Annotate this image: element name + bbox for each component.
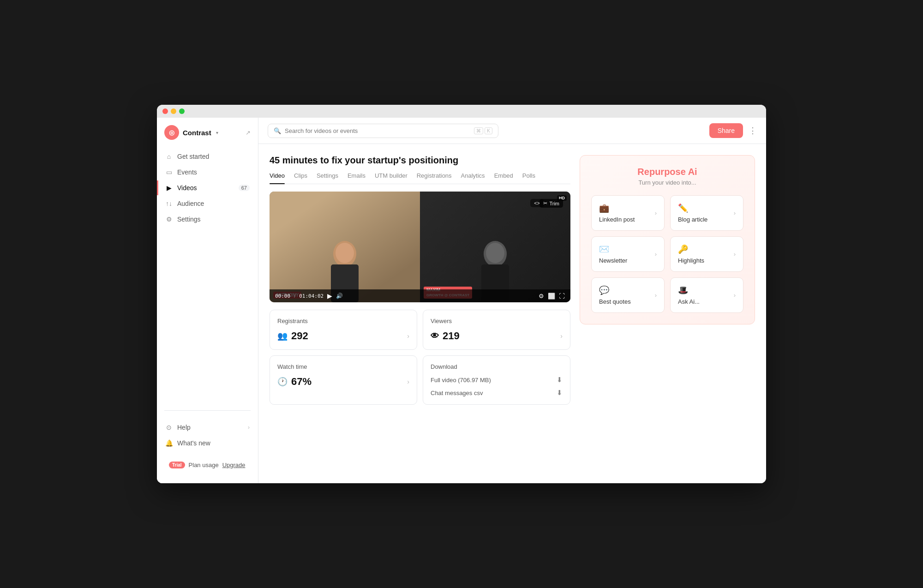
- help-icon: ⊙: [165, 424, 173, 431]
- tab-settings[interactable]: Settings: [317, 172, 338, 184]
- tab-embed[interactable]: Embed: [494, 172, 513, 184]
- content-area: 45 minutes to fix your startup's positio…: [258, 144, 766, 483]
- more-options-button[interactable]: ⋮: [749, 126, 757, 136]
- download-items: Full video (706.97 MB) ⬇ Chat messages c…: [431, 376, 563, 397]
- watch-time-icon: 🕐: [277, 377, 288, 387]
- tab-utm[interactable]: UTM builder: [375, 172, 408, 184]
- download-card: Download Full video (706.97 MB) ⬇ Chat m…: [423, 355, 570, 405]
- repurpose-ask-ai-left: 🎩 Ask Ai...: [678, 285, 700, 305]
- volume-button[interactable]: 🔊: [336, 293, 343, 299]
- registrants-value: 👥 292: [277, 330, 308, 342]
- maximize-dot[interactable]: [179, 108, 185, 114]
- repurpose-newsletter-left: ✉️ Newsletter: [599, 244, 627, 264]
- repurpose-item-blog[interactable]: ✏️ Blog article ›: [670, 195, 743, 231]
- sidebar-divider: [164, 410, 251, 411]
- viewers-card: Viewers 👁 219 ›: [423, 310, 570, 350]
- minimize-dot[interactable]: [171, 108, 176, 114]
- pip-button[interactable]: ⬜: [548, 293, 555, 300]
- sidebar-item-get-started[interactable]: ⌂ Get started: [161, 149, 254, 164]
- tab-analytics[interactable]: Analytics: [461, 172, 485, 184]
- quotes-label: Best quotes: [599, 298, 631, 305]
- chat-csv-label: Chat messages csv: [431, 390, 483, 396]
- watch-time-arrow-icon[interactable]: ›: [407, 378, 409, 385]
- registrants-card: Registrants 👥 292 ›: [270, 310, 417, 350]
- linkedin-chevron-icon: ›: [655, 210, 657, 216]
- bell-icon: 🔔: [165, 439, 173, 447]
- topbar: 🔍 ⌘ K Share ⋮: [258, 118, 766, 144]
- watch-time-value-row: 🕐 67% ›: [277, 376, 409, 388]
- search-bar[interactable]: 🔍 ⌘ K: [268, 124, 498, 138]
- audience-icon: ↑↓: [165, 200, 173, 207]
- trim-button[interactable]: ✂ Trim: [539, 199, 563, 208]
- search-input[interactable]: [285, 127, 470, 134]
- external-link-icon[interactable]: ↗: [246, 129, 251, 136]
- download-item-chat-csv: Chat messages csv ⬇: [431, 389, 563, 397]
- blog-icon: ✏️: [678, 203, 707, 213]
- close-dot[interactable]: [162, 108, 168, 114]
- video-left-panel: ANTHONY: [270, 192, 420, 302]
- trim-label: Trim: [549, 201, 559, 206]
- ask-ai-label: Ask Ai...: [678, 298, 700, 305]
- plan-usage-label: Plan usage: [189, 462, 219, 468]
- tab-polls[interactable]: Polls: [522, 172, 535, 184]
- help-chevron-icon: ›: [248, 424, 250, 431]
- app-body: ◎ Contrast ▾ ↗ ⌂ Get started ▭ Events ▶ …: [157, 118, 766, 483]
- sidebar-logo[interactable]: ◎ Contrast ▾ ↗: [157, 125, 258, 149]
- watch-time-card: Watch time 🕐 67% ›: [270, 355, 417, 405]
- registrants-arrow-icon[interactable]: ›: [407, 332, 409, 340]
- ask-ai-icon: 🎩: [678, 285, 700, 295]
- scissors-icon: ✂: [543, 200, 547, 206]
- sidebar-item-audience[interactable]: ↑↓ Audience: [161, 196, 254, 211]
- sidebar-item-label: Get started: [177, 153, 209, 160]
- repurpose-highlights-left: 🔑 Highlights: [678, 244, 704, 264]
- repurpose-item-linkedin[interactable]: 💼 LinkedIn post ›: [591, 195, 665, 231]
- repurpose-item-quotes[interactable]: 💬 Best quotes ›: [591, 277, 665, 313]
- download-label: Download: [431, 363, 563, 370]
- upgrade-link[interactable]: Upgrade: [222, 462, 246, 468]
- tab-video[interactable]: Video: [270, 172, 285, 184]
- trial-badge: Trial: [169, 462, 185, 468]
- sidebar-item-videos[interactable]: ▶ Videos 67: [157, 180, 254, 195]
- app-window: ◎ Contrast ▾ ↗ ⌂ Get started ▭ Events ▶ …: [157, 105, 766, 483]
- newsletter-chevron-icon: ›: [655, 251, 657, 258]
- highlights-chevron-icon: ›: [734, 251, 736, 258]
- viewers-arrow-icon[interactable]: ›: [560, 332, 563, 340]
- sidebar-item-events[interactable]: ▭ Events: [161, 165, 254, 180]
- repurpose-grid: 💼 LinkedIn post › ✏️ Blog article: [591, 195, 743, 313]
- sidebar-whats-new-label: What's new: [177, 439, 210, 447]
- tab-registrations[interactable]: Registrations: [417, 172, 452, 184]
- download-chat-csv-icon[interactable]: ⬇: [557, 389, 563, 397]
- stats-grid: Registrants 👥 292 › Viewers: [270, 310, 570, 405]
- repurpose-item-highlights[interactable]: 🔑 Highlights ›: [670, 236, 743, 272]
- repurpose-item-ask-ai[interactable]: 🎩 Ask Ai... ›: [670, 277, 743, 313]
- tab-emails[interactable]: Emails: [348, 172, 366, 184]
- play-icon: ▶: [165, 184, 173, 192]
- highlights-label: Highlights: [678, 257, 704, 264]
- newsletter-label: Newsletter: [599, 257, 627, 264]
- sidebar-item-help[interactable]: ⊙ Help ›: [161, 420, 254, 435]
- video-controls-bar: 00:00 / 01:04:02 ▶ 🔊 ⚙ ⬜ ⛶: [270, 289, 570, 302]
- watch-time-number: 67%: [291, 376, 312, 388]
- viewers-value-row: 👁 219 ›: [431, 330, 563, 342]
- registrants-icon: 👥: [277, 331, 288, 341]
- highlights-icon: 🔑: [678, 244, 704, 254]
- repurpose-item-newsletter[interactable]: ✉️ Newsletter ›: [591, 236, 665, 272]
- ask-ai-chevron-icon: ›: [734, 292, 736, 299]
- right-panel: Repurpose Ai Turn your video into... 💼 L…: [580, 155, 755, 472]
- viewers-number: 219: [443, 330, 460, 342]
- settings-control-button[interactable]: ⚙: [539, 293, 544, 300]
- share-button[interactable]: Share: [709, 123, 743, 138]
- svg-point-2: [336, 243, 354, 263]
- download-full-video-icon[interactable]: ⬇: [557, 376, 563, 384]
- tab-clips[interactable]: Clips: [294, 172, 307, 184]
- video-left-content: [270, 192, 420, 302]
- play-pause-button[interactable]: ▶: [327, 292, 332, 300]
- video-player: ANTHONY MAXIM: [270, 192, 570, 302]
- video-right-panel: MAXIM GROWTH @ CONTRAST HD: [420, 192, 570, 302]
- fullscreen-button[interactable]: ⛶: [559, 293, 565, 300]
- sidebar-item-settings[interactable]: ⚙ Settings: [161, 212, 254, 227]
- sidebar-item-label: Audience: [177, 200, 204, 207]
- sidebar-item-whats-new[interactable]: 🔔 What's new: [161, 436, 254, 450]
- full-video-label: Full video (706.97 MB): [431, 377, 491, 384]
- events-icon: ▭: [165, 168, 173, 176]
